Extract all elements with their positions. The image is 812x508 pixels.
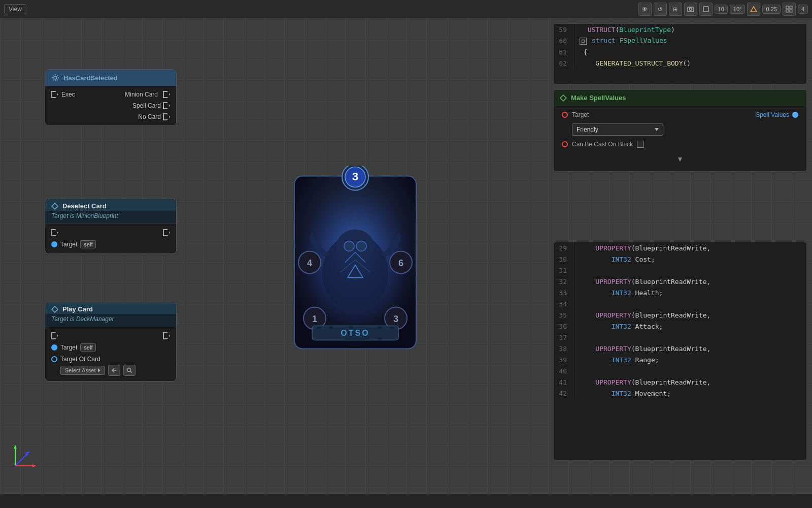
- search-button[interactable]: [123, 365, 136, 376]
- code-line-62: 62 GENERATED_USTRUCT_BODY(): [554, 57, 806, 69]
- msv-dropdown[interactable]: Friendly: [572, 123, 663, 136]
- canvas-area[interactable]: HasCardSelected Exec Minion Card Spell C…: [0, 18, 812, 508]
- collapse-box-60[interactable]: ⊟: [580, 38, 587, 45]
- toolbar-icons: 👁 ↺ ⊞ 10 10° 0.25 4: [638, 3, 808, 16]
- code-panel-top: 59 USTRUCT(BlueprintType) 60 ⊟ struct FS…: [553, 23, 807, 84]
- minion-card-pin[interactable]: [163, 91, 170, 98]
- toolbar-icon-triangle[interactable]: [747, 3, 760, 16]
- exec-row: Exec Minion Card: [51, 91, 170, 98]
- line-num-34: 34: [558, 300, 573, 308]
- deselect-card-header: Deselect Card: [45, 199, 176, 211]
- msv-target-left: Target: [562, 111, 589, 118]
- line-num-37: 37: [558, 334, 573, 341]
- arrow-back-icon: [111, 367, 117, 373]
- spell-card-label: Spell Card: [132, 102, 161, 109]
- play-target-of-card-row: Target Of Card Select Asset: [51, 356, 170, 376]
- msv-expand-arrow[interactable]: ▼: [562, 153, 798, 166]
- has-card-selected-title: HasCardSelected: [63, 74, 118, 82]
- svg-rect-7: [790, 10, 792, 12]
- select-asset-button[interactable]: Select Asset: [60, 366, 105, 375]
- spell-card-pin[interactable]: [163, 102, 170, 109]
- arrow-back-button[interactable]: [108, 365, 120, 376]
- exec-label: Exec: [61, 91, 75, 98]
- svg-text:6: 6: [398, 258, 403, 268]
- msv-target-pin-red[interactable]: [562, 112, 568, 118]
- toolbar-icon-layers[interactable]: [699, 3, 713, 16]
- toolbar-icon-rotate[interactable]: ↺: [654, 3, 667, 16]
- code-line-31: 31: [554, 265, 806, 276]
- svg-point-31: [358, 243, 364, 249]
- play-exec-out[interactable]: [163, 332, 170, 339]
- svg-marker-37: [32, 464, 36, 467]
- play-target-row: Target self: [51, 343, 170, 352]
- svg-marker-41: [25, 452, 29, 457]
- no-card-pin[interactable]: [163, 113, 170, 120]
- code-text-61: {: [580, 48, 588, 56]
- play-card-title: Play Card: [62, 305, 93, 313]
- toolbar-icon-camera[interactable]: [684, 3, 697, 16]
- view-label[interactable]: View: [4, 4, 26, 14]
- svg-marker-9: [52, 203, 58, 209]
- play-exec-in[interactable]: [51, 332, 58, 339]
- svg-point-8: [54, 76, 57, 79]
- msv-target-label: Target: [572, 111, 589, 118]
- play-target-pin[interactable]: [51, 344, 57, 351]
- toolbar-number-10deg[interactable]: 10°: [730, 5, 746, 14]
- play-card-node: Play Card Target is DeckManager Target s…: [45, 302, 177, 382]
- status-bar: [0, 494, 812, 508]
- code-line-61: 61 {: [554, 46, 806, 57]
- make-spellvalues-body: Target Spell Values Friendly Can Be Cast…: [554, 106, 806, 171]
- deselect-target-row: Target self: [51, 240, 170, 248]
- line-num-59: 59: [558, 26, 573, 34]
- code-line-41: 41 UPROPERTY(BlueprintReadWrite,: [554, 376, 806, 388]
- toolbar-icon-eye[interactable]: 👁: [638, 3, 652, 16]
- diamond-icon: [51, 203, 58, 210]
- toolbar-number-10[interactable]: 10: [715, 5, 728, 14]
- line-num-36: 36: [558, 323, 573, 330]
- svg-text:3: 3: [393, 314, 398, 324]
- deselect-card-node: Deselect Card Target is MinionBlueprint …: [45, 199, 177, 254]
- msv-spell-values-pin[interactable]: [792, 112, 798, 118]
- toolbar-number-4[interactable]: 4: [798, 5, 808, 14]
- toolbar-icon-grid2[interactable]: [783, 3, 796, 16]
- msv-target-row: Target Spell Values: [562, 111, 798, 118]
- code-text-60: ⊟ struct FSpellValues: [580, 37, 667, 45]
- code-line-29: 29 UPROPERTY(BlueprintReadWrite,: [554, 242, 806, 253]
- play-card-subtitle-row: Target is DeckManager: [45, 314, 176, 327]
- msv-cast-pin[interactable]: [562, 141, 568, 147]
- line-num-29: 29: [558, 244, 573, 252]
- line-num-42: 42: [558, 390, 573, 397]
- deselect-card-subtitle-row: Target is MinionBlueprint: [45, 211, 176, 224]
- code-line-30: 30 INT32 Cost;: [554, 253, 806, 265]
- code-panel-bottom: 29 UPROPERTY(BlueprintReadWrite, 30 INT3…: [553, 242, 807, 460]
- code-line-59: 59 USTRUCT(BlueprintType): [554, 24, 806, 35]
- exec-in-pin[interactable]: [51, 91, 58, 98]
- no-card-label: No Card: [138, 113, 161, 120]
- play-target-of-card-pin[interactable]: [51, 356, 57, 362]
- deselect-exec-out[interactable]: [163, 229, 170, 236]
- axis-svg: [10, 440, 41, 471]
- line-border-59: [573, 24, 573, 35]
- code-line-39: 39 INT32 Range;: [554, 354, 806, 365]
- deselect-target-pin[interactable]: [51, 241, 57, 247]
- line-num-61: 61: [558, 48, 573, 56]
- code-line-32: 32 UPROPERTY(BlueprintReadWrite,: [554, 276, 806, 287]
- code-line-36: 36 INT32 Attack;: [554, 321, 806, 332]
- deselect-target-label: Target: [60, 241, 77, 248]
- svg-marker-39: [14, 446, 17, 449]
- msv-spell-values-label: Spell Values: [756, 111, 789, 118]
- toolbar-icon-grid[interactable]: ⊞: [669, 3, 682, 16]
- deselect-exec-in[interactable]: [51, 229, 58, 236]
- msv-dropdown-row: Friendly: [562, 123, 798, 136]
- minion-card-label: Minion Card: [125, 91, 158, 98]
- msv-cast-checkbox[interactable]: [637, 141, 644, 148]
- select-asset-arrow: [98, 368, 100, 372]
- svg-rect-5: [790, 6, 792, 9]
- deselect-target-value: self: [80, 240, 96, 248]
- line-num-32: 32: [558, 278, 573, 285]
- make-spellvalues-node: Make SpellValues Target Spell Values Fri…: [553, 89, 807, 172]
- svg-rect-4: [786, 6, 789, 9]
- play-card-subtitle: Target is DeckManager: [51, 315, 114, 323]
- gear-icon: [51, 74, 59, 82]
- toolbar-number-025[interactable]: 0.25: [762, 5, 780, 14]
